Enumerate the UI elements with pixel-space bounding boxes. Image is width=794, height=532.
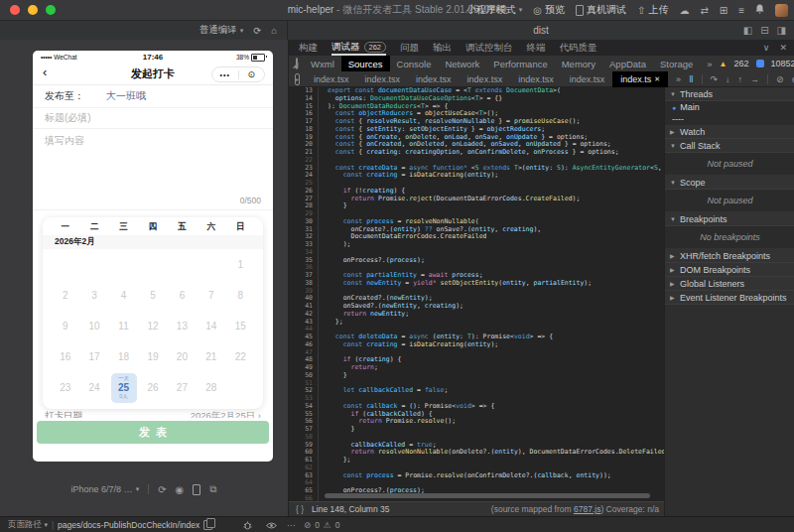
publish-to-value[interactable]: 大一班哦 (106, 89, 146, 103)
switch-icon[interactable]: ⇄ (700, 5, 708, 16)
deactivate-breakpoints-icon[interactable]: ⊘ (776, 74, 784, 84)
close-window-button[interactable] (10, 5, 20, 15)
line-number[interactable]: 42 (289, 311, 319, 319)
page-path-value[interactable]: pages/docs-PublishDocCheckIn/index (58, 520, 199, 530)
line-number[interactable]: 32 (289, 233, 319, 241)
calendar-day-selected[interactable]: 一天250人 (111, 373, 137, 403)
bell-icon[interactable] (755, 4, 764, 16)
record-icon[interactable]: ◉ (176, 484, 185, 495)
tabs-overflow-icon[interactable]: » (700, 56, 719, 71)
sidebar-section-breakpoints[interactable]: ▼Breakpoints (665, 212, 794, 226)
close-icon[interactable]: ✕ (779, 43, 787, 53)
line-number[interactable]: 27 (289, 196, 319, 203)
line-number[interactable]: 53 (289, 395, 319, 403)
step-over-icon[interactable]: ↷ (711, 74, 719, 84)
publish-button[interactable]: 发表 (37, 421, 269, 444)
calendar-day[interactable]: 18 (109, 341, 138, 372)
line-number[interactable]: 51 (289, 380, 319, 388)
mode-dropdown[interactable]: 小程序模式▾ (466, 3, 523, 17)
calendar-day[interactable]: 26 (138, 372, 167, 403)
calendar-day[interactable]: 5 (138, 280, 167, 311)
line-number[interactable]: 20 (289, 141, 319, 149)
calendar-day[interactable]: 11 (109, 311, 138, 341)
line-number[interactable]: 39 (289, 288, 319, 296)
line-number[interactable]: 57 (289, 426, 319, 434)
calendar-day[interactable]: 10 (79, 311, 108, 341)
line-number[interactable]: 23 (289, 165, 319, 173)
line-number[interactable]: 49 (289, 364, 319, 372)
file-tab-active[interactable]: index.ts✕ (612, 71, 668, 87)
line-number[interactable]: 26 (289, 188, 319, 196)
file-tab[interactable]: index.tsx (357, 71, 409, 87)
sidebar-section-dom-breakpoints[interactable]: ▶DOM Breakpoints (665, 263, 794, 277)
line-number[interactable]: 60 (289, 449, 319, 457)
inspect-icon[interactable] (296, 58, 298, 69)
calendar-day[interactable]: 4 (109, 280, 138, 311)
line-number[interactable]: 19 (289, 134, 319, 142)
line-number[interactable]: 21 (289, 149, 319, 157)
line-number[interactable]: 55 (289, 411, 319, 419)
calendar-day[interactable]: 23 (51, 372, 79, 403)
debugger-panel-tab[interactable]: 调试控制台 (465, 40, 513, 56)
grid-icon[interactable]: ⊞ (720, 5, 728, 16)
line-number[interactable]: 34 (289, 249, 319, 257)
step-into-icon[interactable]: ↓ (726, 74, 730, 84)
page-path-dropdown[interactable]: 页面路径 ▾ (8, 519, 48, 531)
phone-icon[interactable] (193, 484, 200, 495)
rotate-icon[interactable]: ⟳ (158, 484, 166, 495)
calendar-day[interactable]: 19 (138, 341, 167, 372)
file-tab[interactable]: index.tsx (306, 71, 357, 87)
maximize-window-button[interactable] (46, 5, 56, 15)
line-number[interactable]: 28 (289, 202, 319, 210)
sidebar-section-scope[interactable]: ▼Scope (665, 176, 794, 190)
line-number[interactable]: 41 (289, 303, 319, 311)
devtools-tab-sources[interactable]: Sources (341, 56, 390, 71)
sidebar-section-watch[interactable]: ▶Watch (665, 125, 794, 139)
file-tab[interactable]: index.tsx (408, 71, 460, 87)
line-number[interactable]: 33 (289, 241, 319, 249)
sidebar-section-event-listener-breakpoints[interactable]: ▶Event Listener Breakpoints (665, 291, 794, 305)
upload-button[interactable]: ⇧上传 (637, 3, 668, 17)
multi-window-icon[interactable]: ⧉ (209, 483, 216, 495)
line-number[interactable]: 45 (289, 333, 319, 341)
calendar-day[interactable]: 9 (51, 311, 79, 341)
calendar-day[interactable]: 17 (79, 341, 108, 372)
devtools-tab-appdata[interactable]: AppData (602, 56, 653, 71)
devtools-tab-storage[interactable]: Storage (653, 56, 700, 71)
calendar-day[interactable]: 8 (226, 280, 255, 311)
line-number[interactable]: 61 (289, 457, 319, 465)
debugger-panel-tab[interactable]: 调试器262 (331, 40, 386, 56)
calendar-day[interactable]: 3 (79, 280, 108, 311)
error-count[interactable]: ⊘0 (304, 517, 320, 532)
panel-left-icon[interactable]: ◧ (743, 25, 752, 36)
line-number[interactable]: 24 (289, 172, 319, 180)
line-number[interactable]: 38 (289, 280, 319, 288)
line-number[interactable]: 48 (289, 356, 319, 364)
code-editor[interactable]: 13export const documentDataUseCase = <T … (289, 87, 664, 501)
file-tabs-overflow-icon[interactable]: » (668, 71, 689, 87)
menu-icon[interactable]: ≡ (738, 5, 744, 16)
line-number[interactable]: 50 (289, 372, 319, 380)
calendar-day[interactable]: 21 (197, 341, 225, 372)
line-number[interactable]: 13 (289, 87, 319, 95)
more-horizontal-icon[interactable]: ⋯ (287, 517, 296, 532)
calendar-day[interactable]: 2 (51, 280, 79, 311)
refresh-icon[interactable]: ⟳ (253, 25, 261, 36)
file-tab[interactable]: index.tsx (510, 71, 562, 87)
chevron-down-icon[interactable]: ∨ (763, 43, 770, 53)
line-number[interactable]: 46 (289, 341, 319, 349)
debugger-panel-tab[interactable]: 问题 (400, 40, 419, 56)
source-map-link[interactable]: 6787.js (574, 504, 600, 514)
avatar[interactable] (775, 4, 788, 17)
calendar-day[interactable]: 28 (197, 372, 225, 403)
warning-count[interactable]: 262 (734, 59, 749, 68)
back-icon[interactable]: ‹ (43, 65, 47, 79)
debugger-panel-tab[interactable]: 终端 (527, 40, 546, 56)
calendar-day[interactable]: 27 (168, 372, 197, 403)
step-out-icon[interactable]: ↑ (738, 74, 743, 84)
line-number[interactable]: 56 (289, 418, 319, 426)
pause-icon[interactable]: Ⅱ (689, 74, 693, 84)
line-number[interactable]: 62 (289, 465, 319, 472)
line-number[interactable]: 54 (289, 403, 319, 411)
preview-button[interactable]: ◎预览 (533, 3, 565, 17)
